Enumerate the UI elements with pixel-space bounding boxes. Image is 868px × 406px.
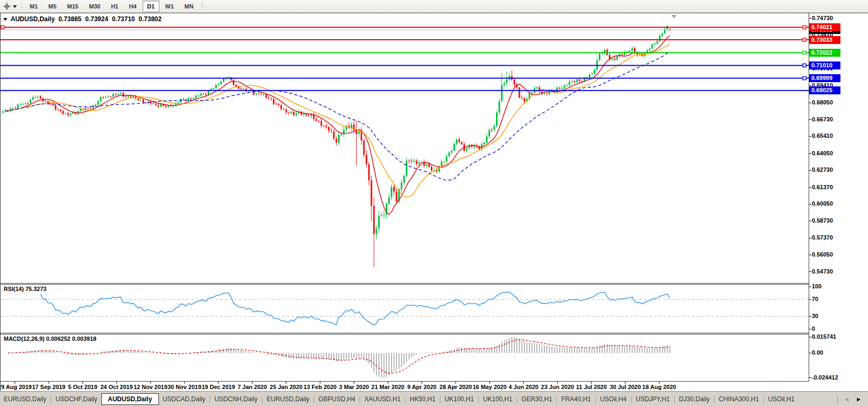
tab-eurusd-daily[interactable]: EURUSD,Daily [263,393,313,405]
chart-shift-marker-icon[interactable] [671,15,677,19]
tab-usoil-h4[interactable]: USOil,H4 [596,393,630,405]
macd-tick-label: 0.00 [812,349,823,356]
date-label: 3 Mar 2020 [339,384,369,390]
tab-usdjpy-h1[interactable]: USDJPY,H1 [632,393,674,405]
rsi-tick-label: 0 [812,325,815,332]
date-label: 28 Apr 2020 [439,384,472,390]
symbol-name: AUDUSD,Daily [11,15,55,23]
tab-dj30-daily[interactable]: DJ30,Daily [675,393,713,405]
macd-panel-label: MACD(12,26,9) 0.006252 0.003918 [4,336,96,342]
price-tick-label: 0.62730 [812,166,833,173]
rsi-tick-label: 30 [812,313,818,319]
symbol-dropdown-icon[interactable] [3,18,7,21]
timeframe-button-m30[interactable]: M30 [84,1,105,12]
timeframe-button-mn[interactable]: MN [180,1,198,12]
mt4-window: M1M5M15M30H1H4D1W1MN AUDUSD,Daily 0.7386… [0,0,868,406]
price-tick-label: 0.66730 [812,116,833,122]
timeframe-button-m1[interactable]: M1 [25,1,42,12]
tab-usdcad-daily[interactable]: USDCAD,Daily [159,393,209,405]
chart-tab-bar: EURUSD,Daily|USDCHF,DailyAUDUSD,DailyUSD… [0,391,868,406]
timeframe-button-h4[interactable]: H4 [124,1,141,12]
timeframe-toolbar: M1M5M15M30H1H4D1W1MN [0,0,868,13]
candlestick-series [2,26,670,267]
date-label: 18 Aug 2020 [642,384,676,390]
hline-handle-icon[interactable] [1,25,4,29]
chart-area: AUDUSD,Daily 0.73865 0.73924 0.73710 0.7… [0,13,868,391]
price-tick-label: 0.58730 [812,217,833,224]
date-label: 12 Nov 2019 [134,384,167,390]
tab-separator: | [836,394,838,404]
date-label: 29 Aug 2019 [0,384,32,390]
timeframe-button-m15[interactable]: M15 [63,1,83,12]
tab-usdchf-daily[interactable]: USDCHF,Daily [52,393,101,405]
date-label: 23 Jun 2020 [541,384,574,390]
ma-medium-line [5,44,670,197]
date-label: 30 Nov 2019 [167,384,201,390]
hline-handle-icon[interactable] [803,51,806,54]
date-label: 24 Oct 2019 [100,384,132,390]
toolbar-grip [21,2,22,11]
tab-hk50-h1[interactable]: HK50,H1 [406,393,439,405]
tab-audusd-daily[interactable]: AUDUSD,Daily [101,393,159,405]
tab-eurusd-daily[interactable]: EURUSD,Daily [0,393,50,405]
date-label: 9 Apr 2020 [407,384,436,390]
tab-usdcnh-daily[interactable]: USDCNH,Daily [211,393,261,405]
price-badge-resistance: 0.73033 [809,36,840,44]
price-tick-label: 0.61370 [812,184,833,190]
main-chart-svg [1,13,868,392]
tab-uk100-h1[interactable]: UK100,H1 [441,393,477,405]
tab-scroll-controls: |◄► [836,394,868,404]
crosshair-icon [3,2,11,11]
date-label: 13 Feb 2020 [304,384,336,390]
chart-title: AUDUSD,Daily 0.73865 0.73924 0.73710 0.7… [3,15,165,23]
date-label: 30 Jul 2020 [610,384,641,390]
rsi-line [40,292,669,325]
ohlc-low: 0.73710 [112,15,135,23]
timeframe-button-h1[interactable]: H1 [106,1,123,12]
price-tick-label: 0.60050 [812,200,833,207]
price-badge-support: 0.69025 [809,86,840,94]
date-label: 25 Jan 2020 [270,384,303,390]
tab-usoil-h1[interactable]: USOil,H1 [764,393,798,405]
tabs-scroll-right-button[interactable]: ► [853,396,865,402]
hline-handle-icon[interactable] [803,38,806,41]
date-label: 16 May 2020 [473,384,507,390]
price-tick-label: 0.74730 [812,15,833,21]
date-label: 21 Mar 2020 [371,384,404,390]
macd-histogram [3,337,670,378]
ohlc-open: 0.73865 [58,15,81,23]
ohlc-high: 0.73924 [85,15,108,23]
date-label: 11 Jul 2020 [576,384,607,390]
price-badge-support: 0.71010 [809,61,840,69]
hline-handle-icon[interactable] [803,25,806,29]
rsi-panel-label: RSI(14) 75.3273 [4,286,47,292]
price-tick-label: 0.64050 [812,150,833,156]
timeframe-button-w1[interactable]: W1 [161,1,179,12]
rsi-tick-label: 70 [812,296,818,302]
price-tick-label: 0.57370 [812,234,833,241]
timeframe-button-m5[interactable]: M5 [43,1,61,12]
tab-gbpusd-h4[interactable]: GBPUSD,H4 [315,393,359,405]
tab-fra40-h1[interactable]: FRA40,H1 [557,393,595,405]
rsi-tick-label: 100 [812,283,821,289]
tab-uk100-h1[interactable]: UK100,H1 [480,393,516,405]
date-label: 7 Jan 2020 [237,384,267,390]
chart-tool-button[interactable] [0,1,20,12]
price-tick-label: 0.56050 [812,251,833,258]
price-tick-label: 0.54730 [812,268,833,275]
hline-handle-icon[interactable] [803,77,806,80]
price-tick-label: 0.65410 [812,133,833,139]
ohlc-close: 0.73802 [139,15,162,23]
chevron-down-icon [13,5,17,8]
tab-ger30-h1[interactable]: GER30,H1 [518,393,556,405]
tabs-scroll-left-button[interactable]: ◄ [840,396,853,402]
tab-xauusd-h1[interactable]: XAUUSD,H1 [360,393,404,405]
price-badge-support: 0.69999 [809,74,840,82]
macd-tick-label: 0.015741 [812,333,836,340]
price-tick-label: 0.68050 [812,99,833,105]
timeframe-button-d1[interactable]: D1 [143,1,160,12]
price-badge-resistance: 0.74021 [809,23,840,31]
ma-fast-line [5,36,670,215]
tab-china300-h1[interactable]: CHINA300,H1 [715,393,763,405]
hline-handle-icon[interactable] [803,64,806,67]
